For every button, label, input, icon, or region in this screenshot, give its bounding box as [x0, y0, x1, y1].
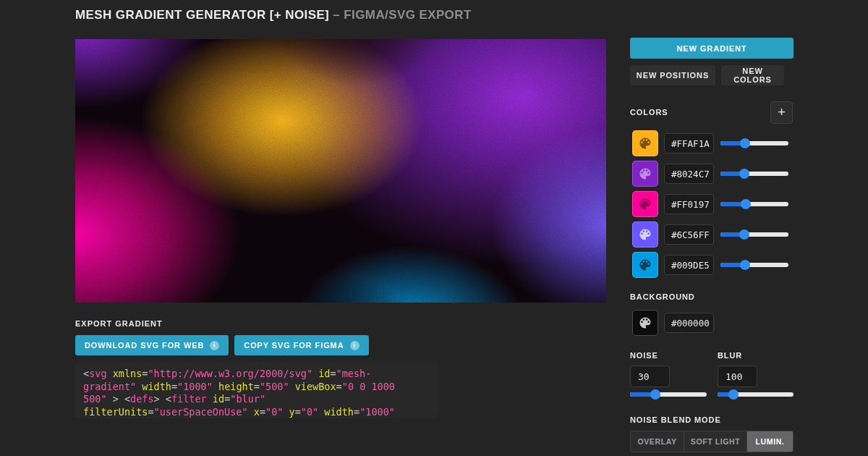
slider-thumb[interactable]	[740, 260, 750, 270]
color-swatch[interactable]	[632, 221, 658, 248]
palette-icon	[638, 258, 652, 272]
color-hex-input[interactable]	[664, 224, 714, 245]
download-svg-button[interactable]: DOWNLOAD SVG FOR WEB i	[75, 335, 229, 355]
new-gradient-button[interactable]: NEW GRADIENT	[630, 38, 793, 59]
color-row	[632, 191, 793, 217]
noise-label: NOISE	[630, 351, 658, 360]
background-hex-input[interactable]	[664, 313, 714, 333]
blend-mode-lumin[interactable]: LUMIN.	[747, 431, 793, 452]
color-swatch[interactable]	[632, 252, 658, 278]
color-weight-slider[interactable]	[720, 260, 788, 270]
slider-thumb[interactable]	[650, 389, 660, 400]
color-hex-input[interactable]	[664, 194, 714, 214]
color-swatch[interactable]	[632, 130, 658, 156]
slider-thumb[interactable]	[739, 169, 749, 179]
slider-thumb[interactable]	[740, 138, 750, 148]
plus-icon: +	[778, 105, 786, 119]
color-weight-slider[interactable]	[720, 138, 788, 148]
download-svg-label: DOWNLOAD SVG FOR WEB	[85, 341, 204, 350]
palette-icon	[638, 227, 652, 242]
noise-blend-mode-label: NOISE BLEND MODE	[630, 415, 721, 424]
palette-icon	[638, 316, 652, 330]
blend-mode-overlay[interactable]: OVERLAY	[631, 431, 684, 452]
color-row	[632, 130, 793, 156]
color-row	[632, 161, 793, 187]
svg-code-block: <svg xmlns="http://www.w3.org/2000/svg" …	[75, 362, 438, 418]
blend-mode-soft-light[interactable]: SOFT LIGHT	[684, 431, 747, 452]
slider-thumb[interactable]	[728, 389, 739, 400]
title-sub: – FIGMA/SVG EXPORT	[333, 8, 471, 22]
color-swatch[interactable]	[632, 161, 658, 187]
color-row	[632, 252, 793, 278]
color-weight-slider[interactable]	[720, 229, 788, 240]
slider-thumb[interactable]	[739, 229, 749, 240]
export-button-row: DOWNLOAD SVG FOR WEB i COPY SVG FOR FIGM…	[75, 335, 369, 355]
color-hex-input[interactable]	[664, 255, 714, 275]
color-swatch[interactable]	[632, 191, 658, 217]
color-weight-slider[interactable]	[720, 199, 788, 209]
blur-slider[interactable]	[718, 389, 793, 400]
code-line: gradient" width="1000" height="500" view…	[83, 381, 430, 394]
blur-value-input[interactable]	[718, 366, 757, 387]
code-line: <svg xmlns="http://www.w3.org/2000/svg" …	[83, 368, 430, 381]
gradient-preview[interactable]	[75, 39, 606, 303]
new-positions-button[interactable]: NEW POSITIONS	[630, 65, 715, 85]
copy-svg-label: COPY SVG FOR FIGMA	[244, 341, 344, 350]
noise-slider[interactable]	[630, 389, 707, 400]
title-main: MESH GRADIENT GENERATOR [+ NOISE]	[75, 8, 329, 22]
palette-icon	[638, 197, 652, 211]
noise-value-input[interactable]	[630, 366, 670, 387]
color-hex-input[interactable]	[664, 164, 714, 184]
info-icon[interactable]: i	[210, 341, 219, 350]
noise-blend-mode-group: OVERLAYSOFT LIGHTLUMIN.	[630, 431, 793, 452]
code-line: 500" > <defs> <filter id="blur"	[83, 393, 430, 406]
blur-label: BLUR	[718, 351, 742, 360]
background-row	[632, 310, 793, 336]
export-gradient-label: EXPORT GRADIENT	[75, 319, 163, 328]
background-section-label: BACKGROUND	[630, 292, 695, 301]
code-line: filterUnits="userSpaceOnUse" x="0" y="0"…	[83, 406, 430, 419]
background-color-swatch[interactable]	[632, 310, 658, 336]
info-icon[interactable]: i	[350, 341, 359, 350]
color-weight-slider[interactable]	[720, 169, 788, 179]
colors-section-label: COLORS	[630, 108, 668, 117]
color-hex-input[interactable]	[664, 133, 714, 153]
noise-overlay	[75, 39, 606, 303]
palette-icon	[638, 136, 652, 151]
slider-thumb[interactable]	[741, 199, 751, 209]
mesh-gradient-generator-app: MESH GRADIENT GENERATOR [+ NOISE] – FIGM…	[0, 0, 868, 456]
new-colors-button[interactable]: NEW COLORS	[721, 65, 784, 85]
color-row	[632, 221, 793, 248]
palette-icon	[638, 166, 652, 181]
copy-svg-button[interactable]: COPY SVG FOR FIGMA i	[234, 335, 368, 355]
page-title: MESH GRADIENT GENERATOR [+ NOISE] – FIGM…	[75, 8, 472, 22]
add-color-button[interactable]: +	[770, 101, 793, 124]
